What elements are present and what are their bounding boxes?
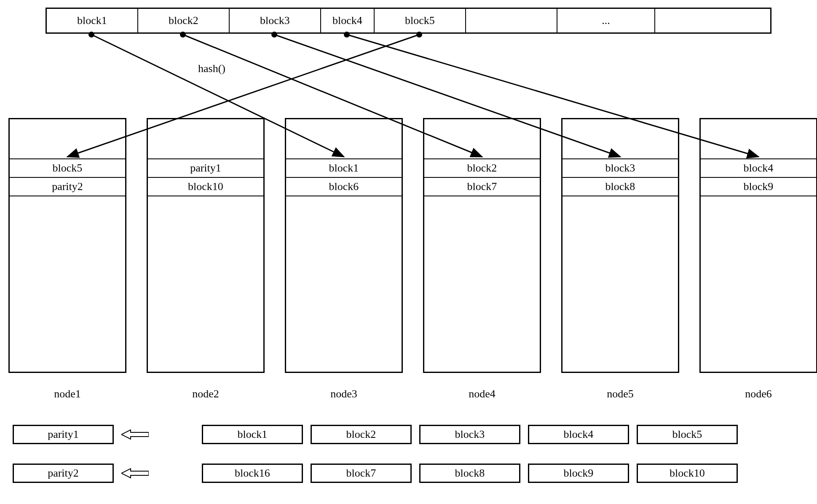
node-label-2: node2 [147, 388, 265, 400]
svg-marker-1 [121, 469, 149, 478]
node-slot: block9 [701, 178, 816, 196]
block-cell-2: block2 [138, 9, 230, 32]
diagram-container: block1 block2 block3 block4 block5 ... h… [0, 0, 817, 504]
node-slot: block4 [701, 159, 816, 178]
node-slot: block7 [424, 178, 540, 196]
svg-marker-0 [121, 430, 149, 439]
block-cell-4: block4 [321, 9, 375, 32]
parity-block-box: block9 [528, 464, 629, 483]
parity-block-box: block4 [528, 425, 629, 444]
parity-block-box: block3 [419, 425, 520, 444]
parity-block-box: block10 [637, 464, 738, 483]
node-slot: block3 [563, 159, 678, 178]
block-cell-5: block5 [375, 9, 466, 32]
node-header [701, 119, 816, 159]
block-row: block1 block2 block3 block4 block5 ... [46, 8, 771, 34]
block-cell-3: block3 [230, 9, 321, 32]
parity-row-2: parity2 block16 block7 block8 block9 blo… [13, 464, 804, 483]
node-slot: block5 [10, 159, 125, 178]
node-slot: block1 [286, 159, 402, 178]
node-header [424, 119, 540, 159]
node-col-3: block1 block6 [285, 118, 403, 373]
node-label-5: node5 [561, 388, 679, 400]
block-cell-empty [466, 9, 557, 32]
parity-block-box: block2 [311, 425, 412, 444]
parity-block-box: block5 [637, 425, 738, 444]
node-slot: parity1 [148, 159, 263, 178]
parity-result-box: parity2 [13, 464, 114, 483]
parity-block-box: block16 [202, 464, 303, 483]
node-col-4: block2 block7 [423, 118, 541, 373]
block-cell-ellipsis: ... [557, 9, 655, 32]
node-slot: block2 [424, 159, 540, 178]
arrow-left-icon [121, 468, 149, 479]
node-col-6: block4 block9 [699, 118, 817, 373]
node-label-6: node6 [699, 388, 817, 400]
node-label-3: node3 [285, 388, 403, 400]
parity-block-box: block1 [202, 425, 303, 444]
block-cell-tail [655, 9, 770, 32]
hash-label: hash() [198, 62, 225, 75]
node-header [286, 119, 402, 159]
block-cell-1: block1 [47, 9, 138, 32]
svg-line-11 [347, 35, 758, 157]
parity-row-1: parity1 block1 block2 block3 block4 bloc… [13, 425, 804, 444]
node-header [10, 119, 125, 159]
node-slot: block10 [148, 178, 263, 196]
node-label-4: node4 [423, 388, 541, 400]
node-col-5: block3 block8 [561, 118, 679, 373]
node-slot: parity2 [10, 178, 125, 196]
node-header [563, 119, 678, 159]
node-label-1: node1 [8, 388, 126, 400]
parity-block-box: block8 [419, 464, 520, 483]
parity-result-box: parity1 [13, 425, 114, 444]
node-col-2: parity1 block10 [147, 118, 265, 373]
parity-block-box: block7 [311, 464, 412, 483]
node-col-1: block5 parity2 [8, 118, 126, 373]
node-slot: block6 [286, 178, 402, 196]
node-slot: block8 [563, 178, 678, 196]
node-header [148, 119, 263, 159]
arrow-left-icon [121, 429, 149, 440]
